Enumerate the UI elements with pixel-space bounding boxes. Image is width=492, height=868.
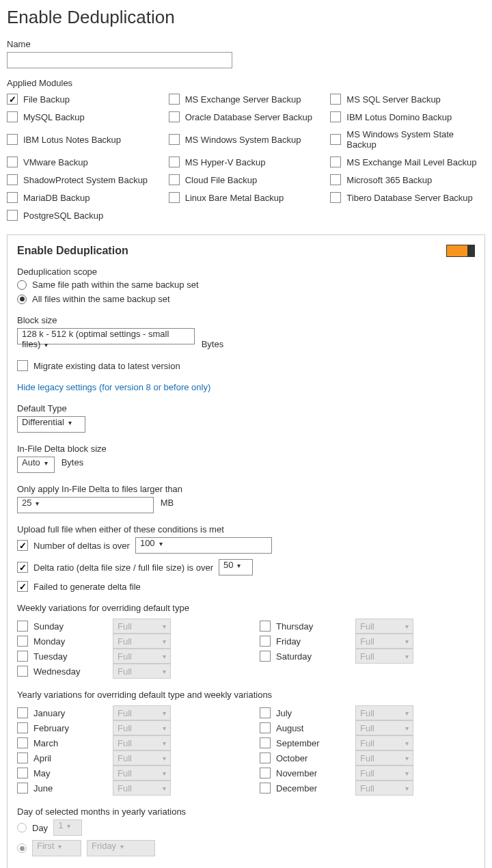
module-item: MariaDB Backup — [7, 192, 162, 203]
variation-checkbox[interactable] — [260, 707, 271, 718]
legacy-link[interactable]: Hide legacy settings (for version 8 or b… — [17, 382, 210, 392]
chevron-down-icon: ▾ — [163, 653, 166, 660]
variation-checkbox[interactable] — [17, 752, 28, 763]
variation-checkbox[interactable] — [17, 783, 28, 794]
yearly-label: Yearly variations for overriding default… — [17, 690, 475, 700]
variation-label: December — [276, 783, 317, 794]
block-size-select[interactable]: 128 k - 512 k (optimal settings - small … — [17, 328, 195, 344]
variation-type-select: Full▾ — [355, 750, 413, 765]
module-checkbox[interactable] — [169, 157, 180, 167]
variation-checkbox[interactable] — [17, 707, 28, 718]
module-item: PostgreSQL Backup — [7, 210, 162, 221]
variation-checkbox[interactable] — [260, 752, 271, 763]
module-checkbox[interactable] — [330, 192, 341, 203]
module-label: MS Exchange Server Backup — [185, 94, 301, 105]
dedup-panel: Enable Deduplication Deduplication scope… — [7, 234, 485, 868]
variation-checkbox[interactable] — [260, 768, 271, 778]
module-label: IBM Lotus Notes Backup — [23, 135, 121, 145]
day-select: 1▾ — [53, 819, 82, 836]
variation-type-select: Full▾ — [113, 619, 171, 634]
module-label: MS Exchange Mail Level Backup — [346, 157, 476, 167]
variation-checkbox[interactable] — [260, 636, 271, 647]
variation-checkbox[interactable] — [17, 636, 28, 647]
cond-ratio-checkbox[interactable] — [17, 562, 28, 573]
variation-checkbox[interactable] — [17, 666, 28, 677]
infile-block-select[interactable]: Auto▾ — [17, 457, 55, 473]
module-item: Linux Bare Metal Backup — [169, 192, 324, 203]
variation-checkbox[interactable] — [260, 621, 271, 632]
cond-failed-label: Failed to generate delta file — [33, 582, 141, 592]
module-item: Cloud File Backup — [169, 174, 324, 185]
module-checkbox[interactable] — [330, 174, 341, 185]
module-checkbox[interactable] — [169, 192, 180, 203]
variation-type-select: Full▾ — [113, 720, 171, 735]
variation-checkbox[interactable] — [260, 783, 271, 794]
variation-type-select: Full▾ — [355, 705, 413, 720]
scope-radio-all-files[interactable] — [17, 295, 27, 304]
module-checkbox[interactable] — [169, 174, 180, 185]
cond-num-checkbox[interactable] — [17, 540, 28, 551]
panel-title: Enable Deduplication — [17, 245, 128, 257]
module-item: MySQL Backup — [7, 111, 162, 122]
variation-checkbox[interactable] — [260, 651, 271, 662]
variation-checkbox[interactable] — [260, 722, 271, 733]
variation-type-select: Full▾ — [355, 735, 413, 750]
module-checkbox[interactable] — [169, 111, 180, 122]
cond-failed-checkbox[interactable] — [17, 581, 28, 592]
apply-unit: MB — [161, 498, 174, 508]
enable-toggle[interactable] — [446, 245, 475, 257]
module-item: MS Windows System Backup — [169, 129, 324, 150]
variation-checkbox[interactable] — [260, 737, 271, 748]
module-checkbox[interactable] — [169, 94, 180, 105]
module-checkbox[interactable] — [7, 94, 18, 105]
variation-label: May — [33, 768, 51, 778]
apply-label: Only apply In-File Delta to files larger… — [17, 484, 475, 494]
chevron-down-icon: ▾ — [67, 822, 70, 830]
variation-row: SundayFull▾ — [17, 619, 232, 634]
module-checkbox[interactable] — [7, 174, 18, 185]
module-checkbox[interactable] — [169, 134, 180, 145]
variation-checkbox[interactable] — [17, 722, 28, 733]
cond-ratio-select[interactable]: 50▾ — [219, 559, 253, 575]
default-type-label: Default Type — [17, 403, 475, 413]
variation-row: ThursdayFull▾ — [260, 619, 475, 634]
variation-label: Sunday — [33, 621, 64, 632]
scope-radio-same-path[interactable] — [17, 280, 27, 290]
migrate-checkbox[interactable] — [17, 360, 28, 371]
variation-type-select: Full▾ — [113, 781, 171, 796]
default-type-select[interactable]: Differential▾ — [17, 416, 85, 433]
module-checkbox[interactable] — [7, 111, 18, 122]
chevron-down-icon: ▾ — [44, 459, 48, 467]
variation-row: OctoberFull▾ — [260, 750, 475, 765]
module-checkbox[interactable] — [330, 111, 341, 122]
module-checkbox[interactable] — [7, 134, 18, 145]
variation-label: October — [276, 753, 308, 763]
variation-checkbox[interactable] — [17, 768, 28, 778]
chevron-down-icon: ▾ — [405, 785, 409, 792]
module-checkbox[interactable] — [7, 192, 18, 203]
variation-type-select: Full▾ — [355, 649, 413, 664]
variation-type-select: Full▾ — [113, 634, 171, 649]
chevron-down-icon: ▾ — [36, 500, 39, 507]
variation-checkbox[interactable] — [17, 621, 28, 632]
module-label: MS Windows System Backup — [185, 135, 301, 145]
apply-size-select[interactable]: 25▾ — [17, 497, 154, 513]
name-input[interactable] — [7, 52, 232, 68]
module-label: Cloud File Backup — [185, 175, 258, 185]
module-checkbox[interactable] — [330, 94, 341, 105]
module-checkbox[interactable] — [330, 134, 341, 145]
cond-num-select[interactable]: 100▾ — [135, 537, 272, 554]
chevron-down-icon: ▾ — [159, 540, 163, 547]
day-radio[interactable] — [17, 823, 27, 832]
module-label: Tibero Database Server Backup — [346, 193, 473, 203]
variation-checkbox[interactable] — [17, 651, 28, 662]
module-checkbox[interactable] — [7, 210, 18, 221]
ordinal-radio[interactable] — [17, 843, 27, 853]
variation-type-select: Full▾ — [113, 664, 171, 679]
module-label: Oracle Database Server Backup — [185, 112, 312, 122]
chevron-down-icon: ▾ — [163, 724, 166, 732]
module-checkbox[interactable] — [330, 157, 341, 167]
variation-checkbox[interactable] — [17, 737, 28, 748]
variation-row: MondayFull▾ — [17, 634, 232, 649]
module-checkbox[interactable] — [7, 157, 18, 167]
